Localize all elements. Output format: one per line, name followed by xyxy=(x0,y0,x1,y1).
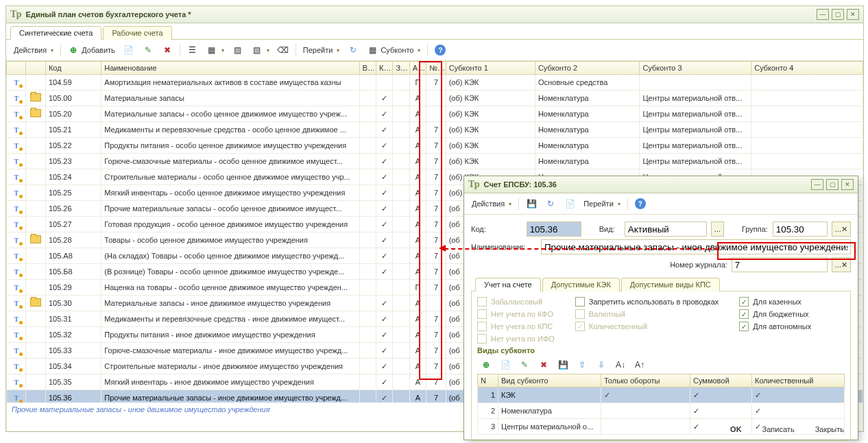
cell-code: 105.28 xyxy=(45,232,101,248)
child-refresh-button[interactable]: ↻ xyxy=(542,196,559,211)
cell-name: (На складах) Товары - особо ценное движи… xyxy=(101,248,359,264)
close-button[interactable]: ✕ xyxy=(847,9,859,20)
journal-select-button[interactable]: ...✕ xyxy=(832,257,851,272)
check-kps[interactable]: Нет учета по КПС xyxy=(477,322,555,331)
journal-input[interactable] xyxy=(732,257,828,272)
table-row[interactable]: T105.23Горюче-смазочные материалы - особ… xyxy=(7,154,863,169)
save-button[interactable]: Записать xyxy=(756,423,801,435)
check-ifo[interactable]: Нет учета по ИФО xyxy=(477,334,555,344)
child-actions-menu[interactable]: Действия xyxy=(468,197,515,210)
col-code[interactable]: Код xyxy=(45,62,101,75)
check-bud[interactable]: ✓Для бюджетных xyxy=(739,309,811,319)
scol-kind[interactable]: Вид субконто xyxy=(498,374,601,387)
sub-movedown-button[interactable]: ⇩ xyxy=(592,357,610,372)
check-qty[interactable]: ✓Количественный xyxy=(575,322,719,331)
col-v[interactable]: В... xyxy=(359,62,376,75)
scol-sum[interactable]: Суммовой xyxy=(690,374,752,387)
sub-copy-button[interactable]: 📄 xyxy=(496,357,514,372)
table-row[interactable]: T105.20Материальные запасы - особо ценно… xyxy=(7,106,863,122)
sub-save-button[interactable]: 💾 xyxy=(554,357,572,372)
check-forbid[interactable]: Запретить использовать в проводках xyxy=(575,297,719,307)
check-icon xyxy=(381,189,387,197)
close-button[interactable]: Закрыть xyxy=(808,423,851,435)
delete-button[interactable]: ✖ xyxy=(158,43,176,58)
table-row[interactable]: T104.59Амортизация нематериальных активо… xyxy=(7,75,863,91)
group-input[interactable] xyxy=(773,222,828,237)
table-row[interactable]: T105.22Продукты питания - особо ценное д… xyxy=(7,138,863,154)
sub-edit-button[interactable]: ✎ xyxy=(516,357,533,372)
copy-button[interactable]: 📄 xyxy=(120,43,138,58)
main-tabs: Синтетические счета Рабочие счета xyxy=(6,23,863,40)
refresh-button[interactable]: ↻ xyxy=(344,43,362,58)
child-help-button[interactable]: ? xyxy=(631,196,649,211)
filter2-button[interactable]: ▨ xyxy=(229,43,247,58)
sub-add-button[interactable]: ⊕ xyxy=(477,357,495,372)
check-kaz[interactable]: ✓Для казенных xyxy=(739,297,811,307)
minimize-button[interactable]: — xyxy=(817,9,829,20)
scol-n[interactable]: N xyxy=(478,374,498,387)
table-row[interactable]: T105.21Медикаменты и перевязочные средст… xyxy=(7,122,863,138)
filter1-button[interactable]: ▦ xyxy=(203,43,228,58)
add-button[interactable]: ⊕Добавить xyxy=(64,43,119,58)
label-name: Наименование: xyxy=(471,243,537,251)
check-offbalance[interactable]: Забалансовый xyxy=(477,297,555,307)
code-input[interactable] xyxy=(527,222,581,237)
tab-kps[interactable]: Допустимые виды КПС xyxy=(621,278,720,291)
check-aut[interactable]: ✓Для автономных xyxy=(739,322,811,331)
tab-work[interactable]: Рабочие счета xyxy=(103,26,171,40)
cell-name: Мягкий инвентарь - особо ценное движимое… xyxy=(101,185,359,201)
kind-select-button[interactable]: ... xyxy=(711,222,724,237)
cell-code: 105.23 xyxy=(45,154,101,169)
scol-qty[interactable]: Количественный xyxy=(752,374,845,387)
help-button[interactable]: ? xyxy=(431,43,449,58)
child-save-button[interactable]: 💾 xyxy=(522,196,540,211)
sub-sortdesc-button[interactable]: A↑ xyxy=(631,357,649,372)
child-close-button[interactable]: ✕ xyxy=(841,179,854,190)
filter3-icon: ▧ xyxy=(252,45,263,56)
check-currency[interactable]: Валютный xyxy=(575,309,719,319)
col-name[interactable]: Наименование xyxy=(101,62,359,75)
group-select-button[interactable]: ...✕ xyxy=(832,222,851,237)
sub-sortasc-button[interactable]: A↓ xyxy=(612,357,629,372)
cell-code: 105.21 xyxy=(45,122,101,138)
sub-delete-button[interactable]: ✖ xyxy=(535,357,553,372)
filter3-button[interactable]: ▧ xyxy=(248,43,273,58)
col-z[interactable]: З... xyxy=(393,62,409,75)
col-n[interactable]: №... xyxy=(426,62,446,75)
scol-turn[interactable]: Только обороты xyxy=(601,374,690,387)
child-goto-menu[interactable]: Перейти xyxy=(580,197,624,210)
col-s4[interactable]: Субконто 4 xyxy=(751,62,863,75)
actions-menu[interactable]: Действия xyxy=(10,44,57,56)
filter-clear-button[interactable]: ⌫ xyxy=(274,43,292,58)
help-icon: ? xyxy=(435,45,446,56)
tree-toggle-button[interactable]: ☰ xyxy=(184,43,202,58)
sub-moveup-button[interactable]: ⇧ xyxy=(573,357,591,372)
child-window: Тр Счет ЕПСБУ: 105.36 — ▢ ✕ Действия 💾 ↻… xyxy=(463,176,858,440)
table-row[interactable]: T105.00Материальные запасыА(об) КЭКНомен… xyxy=(7,91,863,106)
goto-menu[interactable]: Перейти xyxy=(300,44,343,56)
edit-button[interactable]: ✎ xyxy=(139,43,157,58)
col-s1[interactable]: Субконто 1 xyxy=(446,62,535,75)
child-titlebar[interactable]: Тр Счет ЕПСБУ: 105.36 — ▢ ✕ xyxy=(464,176,858,193)
check-kfo[interactable]: Нет учета по КФО xyxy=(477,309,555,319)
col-a[interactable]: А... xyxy=(409,62,426,75)
kind-input[interactable] xyxy=(625,222,707,237)
subkonto-menu[interactable]: ▦Субконто xyxy=(363,43,424,58)
maximize-button[interactable]: ▢ xyxy=(832,9,844,20)
child-copy-button[interactable]: 📄 xyxy=(561,196,579,211)
folder-icon xyxy=(30,93,41,101)
col-s2[interactable]: Субконто 2 xyxy=(535,62,640,75)
main-titlebar[interactable]: Тр Единый план счетов бухгалтерского уче… xyxy=(6,6,863,23)
col-k[interactable]: К... xyxy=(376,62,393,75)
col-s3[interactable]: Субконто 3 xyxy=(640,62,751,75)
table-row[interactable]: 2Номенклатура xyxy=(478,403,845,419)
tab-kek[interactable]: Допустимые КЭК xyxy=(542,278,620,291)
check-icon xyxy=(381,299,387,307)
child-maximize-button[interactable]: ▢ xyxy=(826,179,839,190)
tab-synthetic[interactable]: Синтетические счета xyxy=(10,26,101,40)
child-minimize-button[interactable]: — xyxy=(811,179,823,190)
tab-accounting[interactable]: Учет на счете xyxy=(475,278,541,291)
table-row[interactable]: 1КЭК xyxy=(478,387,845,403)
ok-button[interactable]: OK xyxy=(723,423,749,435)
name-input[interactable] xyxy=(541,239,851,254)
